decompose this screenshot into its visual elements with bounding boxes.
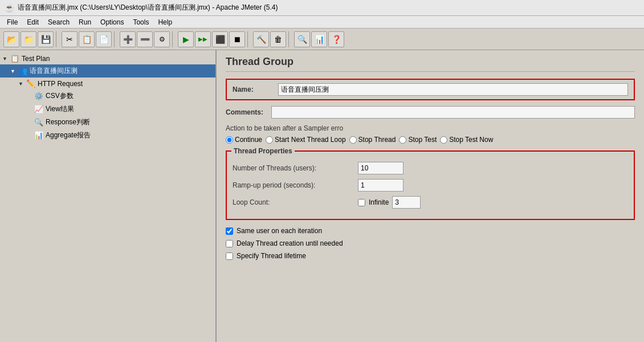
http-request-icon: ✏️ — [26, 79, 35, 88]
tree-label-thread-group: 语音直播间压测 — [30, 66, 78, 76]
toolbar-open2[interactable]: 📁 — [21, 31, 36, 47]
tree-label-aggregate: Aggregate报告 — [46, 131, 91, 140]
radio-stop-test-now-label: Stop Test Now — [449, 136, 493, 144]
infinite-label: Infinite — [369, 198, 389, 206]
radio-start-next-loop[interactable]: Start Next Thread Loop — [266, 136, 346, 144]
app-icon: ☕ — [5, 3, 14, 13]
checkbox-section: Same user on each iteration Delay Thread… — [226, 227, 635, 260]
delay-thread-checkbox[interactable] — [226, 240, 233, 247]
threads-label: Number of Threads (users): — [233, 164, 358, 172]
specify-lifetime-checkbox[interactable] — [226, 253, 233, 260]
menu-bar: File Edit Search Run Options Tools Help — [0, 16, 644, 28]
radio-start-next-loop-input[interactable] — [266, 136, 273, 144]
tree-label-test-plan: Test Plan — [22, 55, 50, 63]
threads-row: Number of Threads (users): — [233, 162, 628, 174]
action-label: Action to be taken after a Sampler erro — [226, 124, 635, 132]
menu-run[interactable]: Run — [74, 17, 96, 27]
expand-http-request: ▼ — [18, 81, 26, 87]
toolbar-search-icon[interactable]: 🔍 — [294, 31, 310, 47]
radio-stop-test-now-input[interactable] — [440, 136, 447, 144]
menu-edit[interactable]: Edit — [22, 17, 43, 27]
radio-continue-label: Continue — [235, 136, 262, 144]
radio-continue[interactable]: Continue — [226, 136, 262, 144]
toolbar-start[interactable]: ▶ — [178, 31, 194, 47]
radio-start-next-loop-label: Start Next Thread Loop — [275, 136, 346, 144]
title-bar: ☕ 语音直播间压测.jmx (C:\Users\LY\Desktop\语音直播间… — [0, 0, 644, 16]
expand-test-plan: ▼ — [2, 56, 10, 62]
same-user-label: Same user on each iteration — [237, 227, 322, 235]
toolbar-paste[interactable]: 📄 — [96, 31, 112, 47]
tree-item-response[interactable]: 🔍 Response判断 — [0, 116, 215, 129]
name-section: Name: — [226, 79, 635, 100]
toolbar-cut[interactable]: ✂ — [62, 31, 78, 47]
toolbar-settings[interactable]: ⚙ — [154, 31, 170, 47]
infinite-checkbox[interactable] — [358, 199, 365, 206]
menu-file[interactable]: File — [2, 17, 22, 27]
same-user-checkbox[interactable] — [226, 227, 233, 235]
specify-lifetime-label: Specify Thread lifetime — [237, 252, 306, 260]
rampup-label: Ramp-up period (seconds): — [233, 181, 358, 189]
view-results-icon: 📈 — [34, 105, 43, 113]
toolbar-save[interactable]: 💾 — [38, 31, 54, 47]
response-icon: 🔍 — [34, 118, 43, 127]
csv-icon: ⚙️ — [34, 92, 43, 100]
loop-input[interactable] — [392, 196, 421, 209]
same-user-item[interactable]: Same user on each iteration — [226, 227, 635, 235]
delay-thread-label: Delay Thread creation until needed — [237, 239, 343, 247]
main-container: ▼ 📋 Test Plan ▼ 👥 语音直播间压测 ▼ ✏️ HTTP Requ… — [0, 50, 644, 342]
rampup-input[interactable] — [358, 179, 403, 192]
radio-stop-thread[interactable]: Stop Thread — [349, 136, 396, 144]
menu-help[interactable]: Help — [153, 17, 177, 27]
toolbar: 📂 📁 💾 ✂ 📋 📄 ➕ ➖ ⚙ ▶ ▶▶ ⬛ ⏹ 🔨 🗑 🔍 📊 ❓ — [0, 28, 644, 50]
tree-item-aggregate[interactable]: 📊 Aggregate报告 — [0, 129, 215, 142]
menu-tools[interactable]: Tools — [128, 17, 153, 27]
expand-thread-group: ▼ — [10, 68, 18, 74]
threads-input[interactable] — [358, 162, 403, 174]
radio-stop-test[interactable]: Stop Test — [399, 136, 437, 144]
toolbar-clear[interactable]: 🔨 — [253, 31, 269, 47]
toolbar-stop[interactable]: ⬛ — [212, 31, 228, 47]
loop-row: Loop Count: Infinite — [233, 196, 628, 209]
tree-label-view-results: View结果 — [46, 104, 74, 114]
tree-label-csv: CSV参数 — [46, 91, 74, 101]
tree-item-thread-group[interactable]: ▼ 👥 语音直播间压测 — [0, 64, 215, 78]
tree-label-response: Response判断 — [46, 117, 90, 127]
name-input[interactable] — [278, 83, 628, 96]
thread-properties: Thread Properties Number of Threads (use… — [226, 150, 635, 220]
tree-item-csv[interactable]: ⚙️ CSV参数 — [0, 89, 215, 103]
toolbar-start-no-pause[interactable]: ▶▶ — [195, 31, 211, 47]
radio-stop-test-now[interactable]: Stop Test Now — [440, 136, 493, 144]
left-panel: ▼ 📋 Test Plan ▼ 👥 语音直播间压测 ▼ ✏️ HTTP Requ… — [0, 50, 217, 342]
rampup-row: Ramp-up period (seconds): — [233, 179, 628, 192]
thread-properties-title: Thread Properties — [231, 147, 295, 155]
toolbar-shutdown[interactable]: ⏹ — [229, 31, 245, 47]
toolbar-help[interactable]: ❓ — [328, 31, 344, 47]
radio-group: Continue Start Next Thread Loop Stop Thr… — [226, 136, 635, 144]
delay-thread-item[interactable]: Delay Thread creation until needed — [226, 239, 635, 247]
toolbar-copy[interactable]: 📋 — [79, 31, 95, 47]
specify-lifetime-item[interactable]: Specify Thread lifetime — [226, 252, 635, 260]
menu-options[interactable]: Options — [96, 17, 128, 27]
aggregate-icon: 📊 — [34, 131, 43, 140]
toolbar-remove[interactable]: ➖ — [137, 31, 153, 47]
loop-label: Loop Count: — [233, 198, 358, 206]
toolbar-aggregate[interactable]: 📊 — [311, 31, 327, 47]
radio-stop-thread-input[interactable] — [349, 136, 357, 144]
tree-item-test-plan[interactable]: ▼ 📋 Test Plan — [0, 52, 215, 64]
tree-label-http-request: HTTP Request — [38, 80, 83, 88]
menu-search[interactable]: Search — [43, 17, 74, 27]
toolbar-add[interactable]: ➕ — [120, 31, 136, 47]
toolbar-open[interactable]: 📂 — [3, 31, 19, 47]
radio-stop-test-input[interactable] — [399, 136, 406, 144]
title-text: 语音直播间压测.jmx (C:\Users\LY\Desktop\语音直播间压测… — [18, 3, 278, 13]
comments-label: Comments: — [226, 108, 266, 116]
test-plan-icon: 📋 — [10, 54, 19, 63]
comments-input[interactable] — [271, 106, 635, 119]
toolbar-clear-all[interactable]: 🗑 — [270, 31, 286, 47]
loop-controls: Infinite — [358, 196, 421, 209]
radio-continue-input[interactable] — [226, 136, 233, 144]
action-section: Action to be taken after a Sampler erro … — [226, 124, 635, 144]
tree-item-http-request[interactable]: ▼ ✏️ HTTP Request — [0, 78, 215, 89]
tree-item-view-results[interactable]: 📈 View结果 — [0, 103, 215, 116]
right-panel: Thread Group Name: Comments: Action to b… — [217, 50, 644, 342]
